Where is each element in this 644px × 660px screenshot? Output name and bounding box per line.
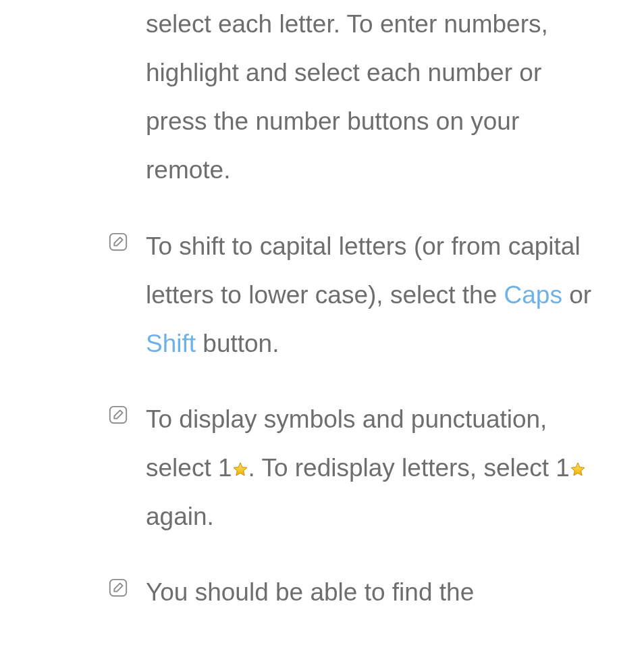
icon-column — [108, 0, 146, 9]
text-fragment: or — [562, 281, 591, 309]
text-fragment: . To redisplay letters, select 1 — [248, 454, 570, 482]
item-text: select each letter. To enter numbers, hi… — [146, 0, 603, 195]
text-fragment: button. — [196, 330, 279, 357]
icon-column — [108, 568, 146, 598]
icon-column — [108, 395, 146, 425]
list-item: You should be able to find the — [108, 568, 603, 617]
list-item: select each letter. To enter numbers, hi… — [108, 0, 603, 195]
note-pencil-icon — [108, 578, 128, 598]
note-pencil-icon — [108, 405, 128, 425]
list-item: To shift to capital letters (or from cap… — [108, 222, 603, 368]
item-text: To shift to capital letters (or from cap… — [146, 222, 603, 368]
item-text: To display symbols and punctuation, sele… — [146, 395, 603, 541]
svg-rect-0 — [110, 233, 126, 249]
item-text: You should be able to find the — [146, 568, 603, 617]
svg-rect-2 — [110, 580, 126, 596]
note-pencil-icon — [108, 232, 128, 252]
text-fragment: select each letter. To enter numbers, hi… — [146, 10, 548, 184]
star-icon — [570, 461, 586, 478]
star-icon — [232, 461, 248, 478]
document-page: select each letter. To enter numbers, hi… — [0, 0, 644, 617]
text-fragment: again. — [146, 503, 214, 530]
highlight-shift: Shift — [146, 330, 196, 357]
highlight-caps: Caps — [504, 281, 562, 309]
svg-rect-1 — [110, 407, 126, 423]
icon-column — [108, 222, 146, 252]
list-item: To display symbols and punctuation, sele… — [108, 395, 603, 541]
text-fragment: You should be able to find the — [146, 578, 474, 606]
